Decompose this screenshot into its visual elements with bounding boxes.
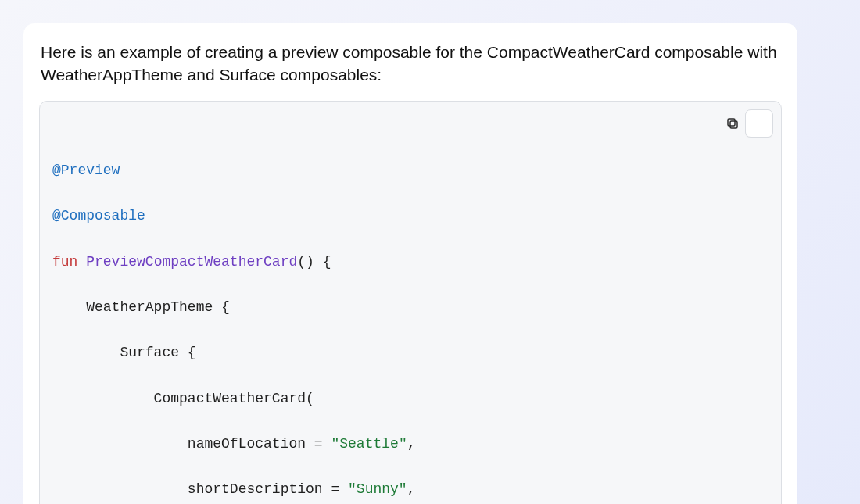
copy-button[interactable] [745, 109, 773, 138]
code-text: CompactWeatherCard( [52, 391, 314, 406]
code-text: Surface { [52, 345, 196, 360]
code-string: "Sunny" [348, 481, 407, 497]
code-text: WeatherAppTheme { [52, 299, 230, 315]
code-text: () { [297, 254, 331, 270]
code-text: nameOfLocation = [52, 436, 331, 452]
svg-rect-0 [730, 121, 737, 128]
svg-rect-1 [728, 119, 735, 126]
code-function-name: PreviewCompactWeatherCard [86, 254, 297, 270]
code-string: "Seattle" [331, 436, 407, 452]
code-text: , [407, 481, 416, 497]
code-text: shortDescription = [52, 481, 348, 497]
message-card: Here is an example of creating a preview… [23, 23, 797, 504]
code-block: @Preview @Composable fun PreviewCompactW… [39, 101, 782, 504]
code-annotation-composable: @Composable [52, 208, 145, 223]
copy-icon [726, 101, 782, 176]
code-keyword-fun: fun [52, 254, 77, 270]
intro-paragraph: Here is an example of creating a preview… [41, 41, 780, 87]
code-text: , [407, 436, 416, 452]
code-annotation-preview: @Preview [52, 163, 120, 178]
